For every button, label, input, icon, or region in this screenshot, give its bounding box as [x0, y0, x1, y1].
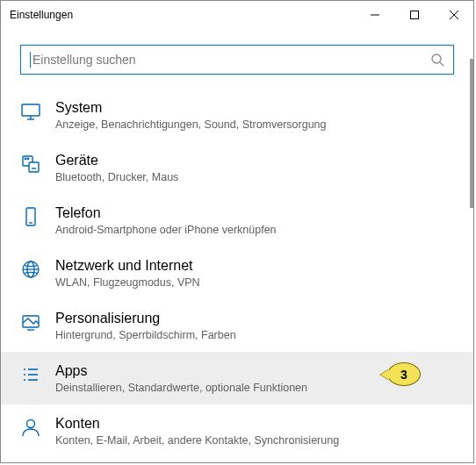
svg-rect-1 [410, 11, 418, 19]
list-item-system[interactable]: System Anzeige, Benachrichtigungen, Soun… [1, 89, 473, 141]
list-item-accounts[interactable]: Konten Konten, E-Mail, Arbeit, andere Ko… [1, 404, 473, 457]
list-item-apps[interactable]: Apps Deinstallieren, Standardwerte, opti… [1, 352, 473, 404]
item-title: Konten [55, 415, 454, 433]
devices-icon [20, 154, 41, 175]
list-item-network[interactable]: Netzwerk und Internet WLAN, Flugzeugmodu… [1, 247, 473, 299]
item-sub: Hintergrund, Sperrbildschirm, Farben [55, 329, 454, 341]
item-title: Telefon [55, 204, 454, 222]
minimize-button[interactable] [355, 2, 394, 28]
scrollbar-thumb[interactable] [470, 59, 473, 208]
callout-label: 3 [400, 368, 407, 382]
search-input[interactable]: Einstellung suchen [20, 45, 454, 75]
list-item-personalization[interactable]: Personalisierung Hintergrund, Sperrbilds… [1, 299, 473, 352]
svg-point-26 [27, 420, 35, 428]
annotation-callout: 3 [387, 362, 421, 386]
phone-icon [20, 206, 41, 227]
item-sub: Bluetooth, Drucker, Maus [55, 171, 454, 183]
minimize-icon [371, 11, 379, 19]
close-icon [450, 11, 458, 19]
svg-point-4 [432, 54, 441, 63]
text-caret [30, 52, 31, 68]
svg-rect-10 [29, 162, 39, 172]
system-icon [20, 101, 41, 122]
list-item-phone[interactable]: Telefon Android-Smartphone oder iPhone v… [1, 194, 473, 247]
search-icon [430, 53, 444, 67]
apps-icon [20, 364, 41, 385]
item-sub: Anzeige, Benachrichtigungen, Sound, Stro… [55, 118, 454, 131]
svg-point-11 [25, 158, 25, 159]
item-title: Netzwerk und Internet [55, 257, 454, 275]
list-item-devices[interactable]: Geräte Bluetooth, Drucker, Maus [1, 141, 473, 194]
settings-list: System Anzeige, Benachrichtigungen, Soun… [1, 83, 473, 457]
globe-icon [20, 259, 41, 280]
titlebar: Einstellungen [1, 1, 473, 29]
search-wrap: Einstellung suchen [1, 29, 473, 83]
content-area: Einstellung suchen System Anzeige, Benac… [1, 29, 473, 462]
maximize-icon [410, 11, 419, 19]
settings-window: Einstellungen Einstellung suchen [0, 0, 474, 463]
svg-line-5 [440, 62, 444, 66]
item-sub: Android-Smartphone oder iPhone verknüpfe… [55, 224, 454, 236]
personalization-icon [20, 311, 41, 333]
item-sub: Konten, E-Mail, Arbeit, andere Kontakte,… [55, 434, 454, 447]
item-sub: WLAN, Flugzeugmodus, VPN [55, 276, 454, 289]
maximize-button[interactable] [394, 2, 434, 28]
item-title: System [55, 99, 454, 117]
window-title: Einstellungen [10, 9, 73, 21]
item-title: Geräte [55, 152, 454, 169]
svg-point-12 [27, 158, 28, 159]
close-button[interactable] [434, 2, 473, 28]
item-title: Personalisierung [55, 310, 454, 327]
accounts-icon [20, 417, 41, 438]
svg-rect-6 [22, 104, 40, 116]
search-placeholder: Einstellung suchen [32, 53, 430, 67]
